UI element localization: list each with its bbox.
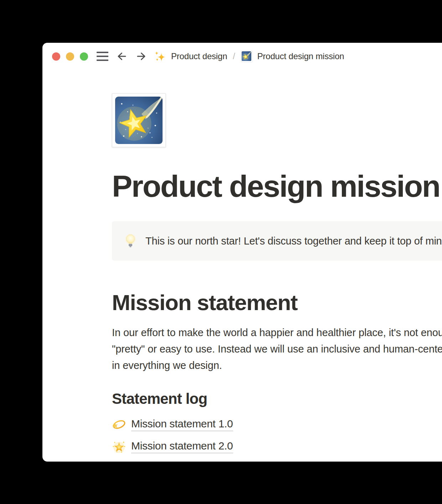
- paragraph-line: in everything we design.: [112, 357, 442, 374]
- titlebar: Product design / Product design mission: [42, 43, 442, 70]
- mission-statement-paragraph: In our effort to make the world a happie…: [112, 324, 442, 374]
- statement-log-links: Mission statement 1.0 Mission statement …: [112, 417, 442, 454]
- breadcrumb-current-icon: [241, 51, 252, 62]
- callout-block: This is our north star! Let's discuss to…: [112, 221, 442, 261]
- arrow-left-icon: [116, 51, 128, 62]
- mission-statement-heading: Mission statement: [112, 290, 442, 315]
- zoom-window-button[interactable]: [80, 52, 88, 61]
- page-link-mission-statement-1[interactable]: Mission statement 1.0: [112, 417, 442, 432]
- callout-icon: [123, 233, 138, 248]
- sparkles-icon: [154, 50, 166, 62]
- statement-log-heading: Statement log: [112, 390, 442, 408]
- shooting-star-icon: [242, 51, 251, 61]
- light-bulb-icon: [123, 233, 138, 248]
- dizzy-icon: [112, 417, 126, 432]
- window-controls: [52, 52, 88, 61]
- breadcrumb-divider: /: [233, 52, 235, 61]
- sidebar-toggle-icon[interactable]: [97, 52, 108, 61]
- breadcrumb-current[interactable]: Product design mission: [257, 51, 344, 61]
- paragraph-line: In our effort to make the world a happie…: [112, 324, 442, 341]
- glowing-star-icon: [112, 439, 126, 454]
- back-button[interactable]: [116, 51, 128, 62]
- page-title: Product design mission: [112, 171, 442, 201]
- callout-text: This is our north star! Let's discuss to…: [145, 235, 442, 247]
- breadcrumb-parent[interactable]: Product design: [171, 51, 227, 61]
- close-window-button[interactable]: [52, 52, 60, 61]
- page-link-label[interactable]: Mission statement 2.0: [131, 440, 233, 453]
- page-content: Product design mission This is our north…: [112, 70, 442, 454]
- app-window: Product design / Product design mission …: [42, 43, 442, 462]
- shooting-star-icon: [115, 97, 163, 144]
- minimize-window-button[interactable]: [66, 52, 74, 61]
- desktop-background: Product design / Product design mission …: [0, 0, 442, 504]
- page-link-mission-statement-2[interactable]: Mission statement 2.0: [112, 439, 442, 454]
- paragraph-line: "pretty" or easy to use. Instead we will…: [112, 341, 442, 357]
- breadcrumb-parent-icon: [154, 50, 166, 62]
- forward-button[interactable]: [135, 51, 147, 62]
- arrow-right-icon: [135, 51, 147, 62]
- page-icon[interactable]: [112, 93, 166, 147]
- page-link-label[interactable]: Mission statement 1.0: [131, 418, 233, 431]
